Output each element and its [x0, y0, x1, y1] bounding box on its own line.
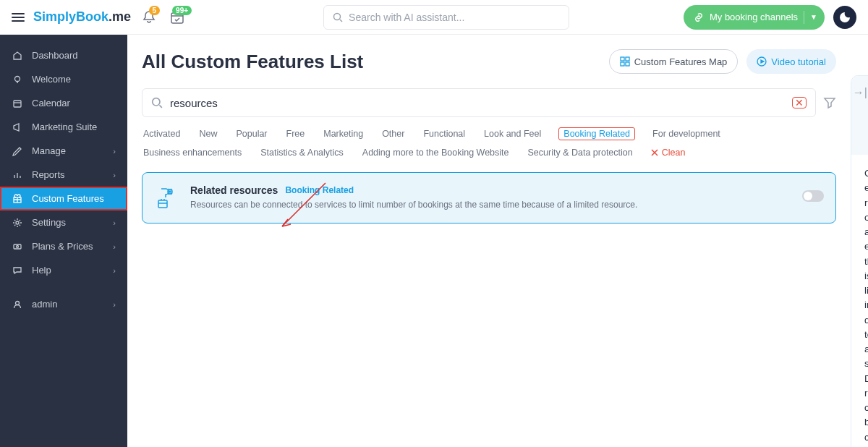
main: All Custom Features List Custom Features… — [127, 35, 868, 447]
svg-point-7 — [17, 245, 19, 247]
feature-card-related-resources[interactable]: Related resources Booking Related Resour… — [142, 172, 836, 224]
menu-toggle[interactable] — [12, 13, 25, 22]
nav-marketing[interactable]: Marketing Suite — [0, 115, 127, 139]
filter-icon[interactable] — [823, 96, 836, 109]
detail-panel: 15 Related resources Enable →| Connect e… — [851, 75, 868, 447]
booking-channels-button[interactable]: My booking channels ▼ — [684, 5, 825, 30]
collapse-icon[interactable]: →| — [853, 86, 867, 99]
topbar: SimplyBook.me 5 99+ Search with AI assis… — [0, 0, 868, 35]
cat-look[interactable]: Look and Feel — [482, 127, 542, 140]
price-icon — [12, 242, 23, 252]
svg-point-1 — [334, 13, 341, 20]
cat-functional[interactable]: Functional — [422, 127, 467, 140]
nav-calendar[interactable]: Calendar — [0, 91, 127, 115]
link-icon — [694, 12, 704, 22]
calendar-check[interactable]: 99+ — [170, 10, 184, 25]
cat-booking-related[interactable]: Booking Related — [558, 127, 635, 140]
nav-reports[interactable]: Reports› — [0, 163, 127, 187]
global-search[interactable]: Search with AI assistant... — [323, 5, 569, 30]
gift-icon — [12, 194, 23, 204]
feature-search-input[interactable] — [170, 97, 785, 109]
logo[interactable]: SimplyBook.me — [33, 9, 131, 25]
nav-help[interactable]: Help› — [0, 258, 127, 282]
cat-stats[interactable]: Statistics & Analytics — [259, 146, 345, 159]
nav-manage[interactable]: Manage› — [0, 139, 127, 163]
features-map-button[interactable]: Custom Features Map — [609, 49, 739, 74]
cat-security[interactable]: Security & Data protection — [527, 146, 634, 159]
search-icon — [333, 12, 343, 22]
nav-label: Manage — [32, 145, 66, 156]
megaphone-icon — [12, 122, 23, 132]
search-icon — [151, 97, 163, 108]
nav-settings[interactable]: Settings› — [0, 210, 127, 234]
chart-icon — [12, 170, 23, 180]
clear-icon — [650, 148, 659, 157]
chevron-right-icon: › — [113, 218, 116, 227]
cat-dev[interactable]: For development — [651, 127, 722, 140]
svg-rect-12 — [626, 62, 629, 66]
clear-search[interactable]: ✕ — [792, 97, 807, 108]
nav-label: Help — [32, 265, 51, 276]
clean-label: Clean — [662, 148, 686, 158]
cat-new[interactable]: New — [197, 127, 218, 140]
cat-popular[interactable]: Popular — [234, 127, 268, 140]
nav-welcome[interactable]: Welcome — [0, 67, 127, 91]
notifications[interactable]: 5 — [142, 10, 156, 25]
sidebar: Dashboard Welcome Calendar Marketing Sui… — [0, 35, 127, 447]
play-icon — [757, 56, 767, 67]
pencil-icon — [12, 146, 23, 156]
btn-label: Video tutorial — [771, 56, 826, 67]
feature-title: Related resources — [190, 184, 278, 196]
svg-rect-11 — [621, 62, 624, 66]
dashboard-icon — [12, 51, 23, 61]
chevron-down-icon: ▼ — [810, 13, 817, 21]
page-header: All Custom Features List Custom Features… — [142, 49, 836, 74]
svg-rect-17 — [158, 200, 167, 208]
chevron-right-icon: › — [113, 147, 116, 156]
nav-label: Marketing Suite — [32, 122, 97, 132]
detail-header: 15 Related resources Enable →| — [851, 76, 868, 155]
nav-label: admin — [32, 299, 57, 310]
svg-point-16 — [169, 191, 171, 192]
cat-clean[interactable]: Clean — [650, 146, 686, 159]
cat-free[interactable]: Free — [285, 127, 307, 140]
theme-toggle[interactable] — [833, 6, 856, 29]
nav-label: Calendar — [32, 98, 70, 108]
moon-icon — [839, 12, 851, 23]
grid-icon — [620, 56, 630, 67]
cat-other[interactable]: Other — [380, 127, 406, 140]
nav-label: Reports — [32, 169, 65, 180]
svg-point-2 — [15, 76, 20, 81]
feature-tag: Booking Related — [285, 185, 354, 195]
cat-marketing[interactable]: Marketing — [322, 127, 365, 140]
svg-point-14 — [153, 98, 160, 106]
chat-icon — [12, 265, 23, 276]
cat-activated[interactable]: Activated — [142, 127, 182, 140]
feature-toggle[interactable] — [802, 190, 824, 202]
logo-suffix: .me — [109, 9, 131, 24]
nav-dashboard[interactable]: Dashboard — [0, 43, 127, 67]
svg-point-5 — [16, 221, 19, 224]
booking-channels-label: My booking channels — [710, 12, 798, 22]
cat-business[interactable]: Business enhancements — [142, 146, 243, 159]
nav-label: Custom Features — [32, 193, 104, 204]
video-tutorial-button[interactable]: Video tutorial — [746, 49, 836, 74]
cat-adding[interactable]: Adding more to the Booking Website — [361, 146, 511, 159]
nav-custom-features[interactable]: Custom Features — [0, 187, 127, 210]
nav-plans[interactable]: Plans & Prices› — [0, 234, 127, 258]
bulb-icon — [12, 74, 23, 85]
nav-admin[interactable]: admin› — [0, 292, 127, 316]
page-title: All Custom Features List — [142, 51, 600, 73]
chevron-right-icon: › — [113, 266, 116, 275]
svg-point-8 — [16, 301, 20, 305]
feature-search[interactable]: ✕ — [142, 88, 816, 117]
feature-icon — [154, 184, 180, 210]
notif-badge: 5 — [149, 6, 161, 15]
svg-rect-9 — [621, 57, 624, 61]
detail-column: 15 Related resources Enable →| Connect e… — [845, 35, 868, 447]
features-list-column: All Custom Features List Custom Features… — [127, 35, 845, 447]
chevron-right-icon: › — [113, 300, 116, 309]
search-row: ✕ — [142, 88, 836, 117]
feature-desc: Resources can be connected to services t… — [190, 199, 792, 211]
calendar-icon — [12, 98, 23, 108]
